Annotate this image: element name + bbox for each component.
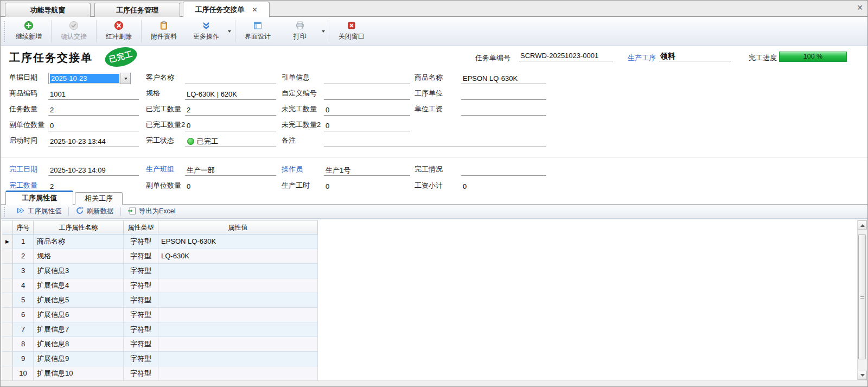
tab-process-attributes[interactable]: 工序属性值	[5, 191, 73, 205]
print-dropdown-arrow[interactable]	[321, 17, 328, 46]
ui-design-button[interactable]: 界面设计	[237, 17, 279, 46]
attr-value-cell[interactable]	[158, 278, 318, 293]
tab-related-processes[interactable]: 相关工序	[75, 192, 123, 205]
attr-type-cell[interactable]: 字符型	[124, 234, 158, 249]
row-no-cell[interactable]: 10	[13, 366, 34, 380]
attr-type-cell[interactable]: 字符型	[124, 322, 158, 337]
attr-name-cell[interactable]: 扩展信息3	[34, 264, 124, 278]
scrollbar-up-button[interactable]	[858, 220, 867, 230]
grid-header-no[interactable]: 序号	[13, 220, 34, 234]
attr-name-cell[interactable]: 扩展信息9	[34, 352, 124, 366]
scrollbar-thumb[interactable]	[858, 234, 866, 359]
double-play-icon	[16, 206, 25, 217]
row-indicator	[2, 293, 13, 308]
attr-value-cell[interactable]: LQ-630K	[158, 249, 318, 264]
table-row[interactable]: ▶ 1 商品名称 字符型 EPSON LQ-630K	[2, 234, 318, 249]
tab-process-handover[interactable]: 工序任务交接单✕	[183, 2, 270, 17]
attr-type-cell[interactable]: 字符型	[124, 249, 158, 264]
attr-type-cell[interactable]: 字符型	[124, 366, 158, 380]
attr-type-cell[interactable]: 字符型	[124, 278, 158, 293]
process-link-label[interactable]: 生产工序	[628, 53, 656, 63]
confirm-handover-button[interactable]: 确认交接	[53, 17, 95, 46]
attr-value-cell[interactable]: EPSON LQ-630K	[158, 234, 318, 249]
attr-name-cell[interactable]: 商品名称	[34, 234, 124, 249]
window-close-icon[interactable]: ✕	[857, 3, 863, 12]
row-no-cell[interactable]: 7	[13, 322, 34, 337]
refresh-icon	[75, 206, 84, 217]
field-finished-qty: 已完工数量 2	[146, 103, 276, 116]
attr-name-cell[interactable]: 规格	[34, 249, 124, 264]
row-indicator	[2, 322, 13, 337]
attr-type-cell[interactable]: 字符型	[124, 308, 158, 322]
table-row[interactable]: 4 扩展信息4 字符型	[2, 278, 318, 293]
attr-value-cell[interactable]	[158, 352, 318, 366]
attr-value-cell[interactable]	[158, 308, 318, 322]
top-tab-strip: 功能导航窗 工序任务管理 工序任务交接单✕ ✕	[1, 1, 868, 17]
table-row[interactable]: 8 扩展信息8 字符型	[2, 337, 318, 352]
attr-name-cell[interactable]: 扩展信息8	[34, 337, 124, 352]
table-row[interactable]: 9 扩展信息9 字符型	[2, 352, 318, 366]
order-no-label: 任务单编号	[475, 53, 510, 63]
order-no-value[interactable]: SCRWD-20251023-0001	[519, 50, 613, 61]
attr-value-cell[interactable]	[158, 366, 318, 380]
attr-name-cell[interactable]: 扩展信息6	[34, 308, 124, 322]
vertical-scrollbar[interactable]	[857, 220, 867, 380]
attr-value-cell[interactable]	[158, 264, 318, 278]
export-excel-button[interactable]: 导出为Excel	[122, 206, 181, 218]
row-no-cell[interactable]: 1	[13, 234, 34, 249]
table-row[interactable]: 6 扩展信息6 字符型	[2, 308, 318, 322]
row-no-cell[interactable]: 3	[13, 264, 34, 278]
doc-date-combobox[interactable]: 2025-10-23	[48, 73, 131, 84]
field-unfinished-qty: 未完工数量 0	[282, 103, 410, 116]
attr-name-cell[interactable]: 扩展信息7	[34, 322, 124, 337]
attachment-button[interactable]: 附件资料	[143, 17, 185, 46]
grid-header-attr-name[interactable]: 工序属性名称	[34, 220, 124, 234]
row-no-cell[interactable]: 5	[13, 293, 34, 308]
tab-close-icon[interactable]: ✕	[252, 3, 257, 17]
red-delete-button[interactable]: 红冲删除	[98, 17, 140, 46]
row-no-cell[interactable]: 6	[13, 308, 34, 322]
printer-icon	[295, 21, 305, 30]
attr-value-cell[interactable]	[158, 293, 318, 308]
scrollbar-down-button[interactable]	[858, 371, 867, 380]
attr-type-cell[interactable]: 字符型	[124, 352, 158, 366]
more-actions-dropdown-arrow[interactable]	[227, 17, 234, 46]
process-value[interactable]: 领料	[659, 50, 731, 61]
tab-process-task-mgmt[interactable]: 工序任务管理	[94, 3, 180, 17]
field-product-code: 商品编码 1001	[9, 87, 139, 100]
grid-header-attr-type[interactable]: 属性类型	[124, 220, 158, 234]
table-row[interactable]: 3 扩展信息3 字符型	[2, 264, 318, 278]
document-header: 工序任务交接单 已完工 任务单编号 SCRWD-20251023-0001 生产…	[1, 46, 868, 68]
print-button[interactable]: 打印	[279, 17, 321, 46]
field-product-name: 商品名称 EPSON LQ-630K	[414, 71, 546, 84]
attr-type-cell[interactable]: 字符型	[124, 264, 158, 278]
more-actions-button[interactable]: 更多操作	[185, 17, 227, 46]
row-no-cell[interactable]: 4	[13, 278, 34, 293]
attr-name-cell[interactable]: 扩展信息4	[34, 278, 124, 293]
close-window-button[interactable]: 关闭窗口	[330, 17, 373, 46]
row-no-cell[interactable]: 9	[13, 352, 34, 366]
table-row[interactable]: 10 扩展信息10 字符型	[2, 366, 318, 380]
tab-function-nav[interactable]: 功能导航窗	[5, 3, 91, 17]
row-no-cell[interactable]: 8	[13, 337, 34, 352]
attr-name-cell[interactable]: 扩展信息10	[34, 366, 124, 380]
attr-type-cell[interactable]: 字符型	[124, 293, 158, 308]
attr-value-cell[interactable]	[158, 322, 318, 337]
field-prod-team: 生产班组 生产一部	[146, 163, 276, 176]
row-indicator	[2, 249, 13, 264]
row-no-cell[interactable]: 2	[13, 249, 34, 264]
combo-dropdown-button[interactable]	[120, 73, 130, 84]
continue-add-button[interactable]: 继续新增	[8, 17, 50, 46]
table-row[interactable]: 2 规格 字符型 LQ-630K	[2, 249, 318, 264]
main-toolbar: 继续新增 确认交接 红冲删除 附件资料 更多操作	[1, 17, 868, 46]
attr-value-cell[interactable]	[158, 337, 318, 352]
attr-type-cell[interactable]: 字符型	[124, 337, 158, 352]
attr-name-cell[interactable]: 扩展信息5	[34, 293, 124, 308]
refresh-data-button[interactable]: 刷新数据	[70, 206, 119, 218]
field-finish-status: 完工状态 已完工	[146, 134, 276, 147]
process-attributes-button[interactable]: 工序属性值	[11, 206, 67, 218]
table-row[interactable]: 5 扩展信息5 字符型	[2, 293, 318, 308]
grid-header-attr-value[interactable]: 属性值	[158, 220, 318, 234]
row-indicator	[2, 308, 13, 322]
table-row[interactable]: 7 扩展信息7 字符型	[2, 322, 318, 337]
